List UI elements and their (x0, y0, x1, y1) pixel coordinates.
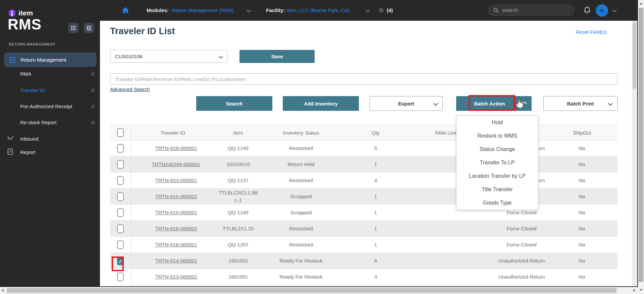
row-checkbox[interactable] (117, 273, 124, 281)
batch-print-dropdown-button[interactable]: Batch Print (543, 96, 618, 111)
empty-cell (602, 205, 618, 221)
batch-action-button[interactable]: Batch Action (456, 96, 532, 111)
re-stock-report-star-icon[interactable]: ☆ (89, 119, 97, 127)
pre-authorized-receipt-star-icon[interactable]: ☆ (89, 102, 97, 111)
batch-menu-item[interactable]: Transfer To LP (457, 156, 538, 169)
add-inventory-button[interactable]: Add Inventory (283, 96, 359, 111)
batch-menu-item[interactable]: Hold (457, 116, 538, 129)
advanced-search-link[interactable]: Advanced Search (110, 86, 150, 92)
batch-menu-item[interactable]: Goods Type (457, 196, 538, 210)
rma-line-cell (411, 269, 481, 285)
window-horizontal-scrollbar[interactable] (0, 287, 638, 294)
row-checkbox[interactable] (117, 256, 124, 265)
inventory-status-cell: Scrapped (262, 189, 340, 205)
batch-print-label: Batch Print (567, 101, 594, 106)
rma-star-icon[interactable]: ☆ (89, 70, 97, 78)
shipout-cell: No (562, 269, 602, 285)
traveler-search-input[interactable] (110, 73, 618, 85)
content-vertical-scrollbar[interactable] (632, 21, 637, 286)
traveler-id-link[interactable]: TRTN-613-000002 (155, 274, 197, 280)
customer-select-value: CUS010106 (115, 54, 143, 59)
traveler-id-link[interactable]: TRTN-616-000002 (155, 226, 197, 231)
sidebar-item-re-stock-report[interactable]: Re-stock Report (20, 119, 56, 127)
row-checkbox-cell (110, 189, 131, 205)
collapse-menu-icon (86, 25, 92, 31)
home-icon[interactable] (122, 7, 129, 15)
shipout-cell: No (562, 140, 602, 156)
batch-menu-item[interactable]: Title Transfer (457, 183, 538, 196)
window-horizontal-scrollbar-thumb[interactable] (7, 288, 616, 293)
facility-dropdown[interactable]: Item, LLC (Buena Park, CA) (287, 0, 350, 21)
row-checkbox[interactable] (117, 240, 124, 249)
return-management-clipboard-icon (9, 56, 16, 63)
batch-menu-item[interactable]: Status Change (457, 143, 538, 156)
user-menu-chevron-down-icon[interactable] (612, 8, 617, 12)
modules-chevron-down-icon[interactable] (247, 8, 251, 12)
traveler-id-link[interactable]: TRTN-614-000001 (155, 258, 197, 264)
row-checkbox[interactable] (117, 160, 124, 169)
row-checkbox[interactable] (117, 224, 124, 233)
row-checkbox[interactable] (117, 208, 124, 217)
traveler-id-link[interactable]: TRTN-615-000002 (155, 194, 197, 199)
content-vertical-scrollbar-thumb[interactable] (633, 22, 637, 89)
scroll-down-arrow-icon[interactable] (639, 289, 643, 291)
shipout-cell: No (562, 253, 602, 269)
grid-icon (71, 26, 75, 30)
traveler-id-link[interactable]: TRTN-628-000001 (155, 145, 197, 151)
row-checkbox-cell (110, 205, 131, 221)
export-dropdown-button[interactable]: Export (370, 96, 443, 111)
window-vertical-scrollbar-thumb[interactable] (639, 8, 643, 282)
rma-line-cell (411, 221, 481, 237)
scroll-left-arrow-icon[interactable] (1, 289, 4, 292)
save-button[interactable]: Save (239, 50, 315, 63)
sidebar-collapse-button[interactable] (84, 23, 94, 33)
sidebar-item-inbound[interactable]: Inbound (20, 135, 38, 143)
inventory-status-cell: Restocked (262, 221, 340, 237)
sidebar-item-pre-authorized-receipt[interactable]: Pre-Authorized Receipt (20, 102, 72, 111)
user-avatar[interactable]: IS (596, 4, 608, 17)
batch-menu-item[interactable]: Restock to WMS (457, 129, 538, 143)
row-checkbox[interactable] (117, 144, 124, 153)
traveler-id-link[interactable]: TRTN-615-000001 (155, 210, 197, 215)
table-row: TRTN-628-000001QQ-1245Restocked5Unauthor… (110, 140, 618, 156)
rma-line-cell (411, 253, 481, 269)
sidebar: item RMS RETURN MANAGEMENT Return Manage… (0, 0, 100, 286)
favorites-count: (4) (387, 0, 393, 21)
row-checkbox[interactable] (117, 176, 124, 185)
customer-select[interactable]: CUS010106 (110, 50, 227, 63)
scroll-right-arrow-icon[interactable] (633, 289, 636, 292)
traveler-id-star-icon[interactable]: ☆ (89, 86, 97, 94)
window-vertical-scrollbar[interactable] (638, 0, 644, 294)
shipout-cell: No (562, 156, 602, 172)
modules-dropdown[interactable]: Return Management (RMS) (172, 0, 233, 21)
notifications-bell-icon[interactable] (583, 6, 591, 16)
sidebar-item-report[interactable]: Report (20, 148, 35, 156)
traveler-id-link[interactable]: TRTN-623-000001 (155, 177, 197, 183)
global-search-input[interactable] (502, 7, 566, 13)
sidebar-item-return-management[interactable]: Return Management (4, 53, 96, 67)
search-button[interactable]: Search (196, 96, 272, 111)
traveler-id-link[interactable]: TRTN240204-000001 (152, 161, 201, 167)
empty-cell (602, 269, 618, 285)
traveler-id-link[interactable]: TRTN-616-000001 (155, 242, 197, 247)
batch-action-chevron-up-icon (523, 101, 527, 106)
reset-fields-link[interactable]: Reset Field(s) (576, 29, 607, 35)
search-icon (493, 7, 499, 13)
sidebar-item-traveler-id[interactable]: Traveler ID (20, 86, 45, 94)
global-search-box[interactable] (488, 5, 575, 16)
qty-cell: 4 (340, 172, 411, 189)
facility-chevron-down-icon[interactable] (366, 8, 370, 12)
batch-menu-item[interactable]: Location Transfer by LP (457, 169, 538, 183)
table-row: TRTN-623-000001QQ-1237Restocked4Unauthor… (110, 172, 618, 189)
select-all-checkbox[interactable] (117, 128, 124, 137)
inventory-status-cell: Return Hold (262, 156, 340, 172)
shipout-cell: No (562, 237, 602, 253)
apps-grid-button[interactable] (68, 23, 78, 33)
favorites-star-icon[interactable]: ☆ (378, 0, 384, 21)
scroll-up-arrow-icon[interactable] (639, 2, 643, 5)
select-all-header-cell (110, 125, 131, 140)
export-chevron-down-icon (433, 101, 438, 106)
row-checkbox-cell (110, 172, 131, 189)
sidebar-item-rma[interactable]: RMA (20, 70, 31, 78)
row-checkbox[interactable] (117, 192, 124, 201)
